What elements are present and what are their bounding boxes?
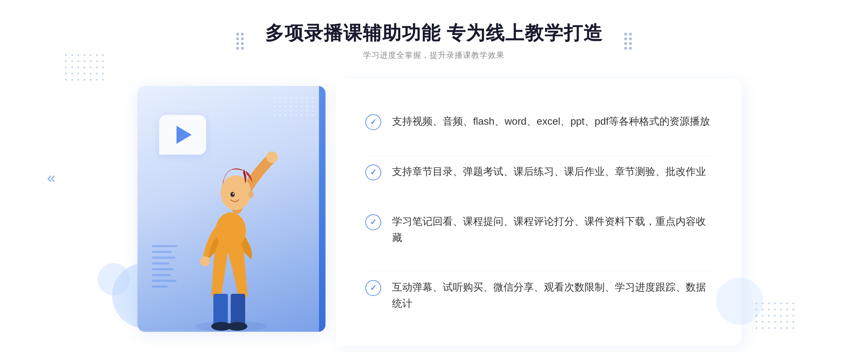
svg-point-3 <box>221 175 251 210</box>
svg-rect-6 <box>231 294 245 326</box>
check-icon-2: ✓ <box>365 164 381 180</box>
svg-point-4 <box>200 256 210 266</box>
chevron-left-icon: « <box>47 169 55 186</box>
features-panel: ✓ 支持视频、音频、flash、word、excel、ppt、pdf等各种格式的… <box>336 79 741 346</box>
feature-item-2: ✓ 支持章节目录、弹题考试、课后练习、课后作业、章节测验、批改作业 <box>365 156 712 188</box>
page-header: 多项录播课辅助功能 专为线上教学打造 学习进度全掌握，提升录播课教学效果 <box>265 22 603 61</box>
illustration-card <box>137 86 326 332</box>
check-icon-4: ✓ <box>365 280 381 296</box>
dot-decoration-topleft <box>65 54 105 82</box>
checkmark-symbol-3: ✓ <box>370 218 376 226</box>
svg-point-9 <box>230 192 235 197</box>
content-area: ✓ 支持视频、音频、flash、word、excel、ppt、pdf等各种格式的… <box>127 79 741 346</box>
feature-item-3: ✓ 学习笔记回看、课程提问、课程评论打分、课件资料下载，重点内容收藏 <box>365 206 712 253</box>
illus-dot-pattern <box>274 97 315 116</box>
checkmark-symbol-2: ✓ <box>370 168 376 176</box>
page-wrapper: « 多项录播课辅助功能 专为线上教学打造 学习进度全掌握，提升录播课教学效果 <box>0 0 868 352</box>
svg-point-1 <box>266 151 278 163</box>
illustration-panel <box>127 79 336 339</box>
header-dots-left <box>236 33 244 50</box>
check-icon-3: ✓ <box>365 214 381 230</box>
svg-rect-5 <box>213 294 228 326</box>
svg-point-10 <box>233 193 234 194</box>
feature-text-4: 互动弹幕、试听购买、微信分享、观看次数限制、学习进度跟踪、数据统计 <box>392 279 712 312</box>
person-illustration <box>166 122 297 332</box>
sub-title: 学习进度全掌握，提升录播课教学效果 <box>265 50 603 61</box>
deco-circle-small <box>98 263 130 296</box>
header-dots-right <box>624 33 632 50</box>
feature-text-2: 支持章节目录、弹题考试、课后练习、课后作业、章节测验、批改作业 <box>392 164 706 180</box>
chevron-left-decoration: « <box>47 169 55 186</box>
feature-text-3: 学习笔记回看、课程提问、课程评论打分、课件资料下载，重点内容收藏 <box>392 214 712 246</box>
feature-item-4: ✓ 互动弹幕、试听购买、微信分享、观看次数限制、学习进度跟踪、数据统计 <box>365 272 712 319</box>
feature-item-1: ✓ 支持视频、音频、flash、word、excel、ppt、pdf等各种格式的… <box>365 106 712 137</box>
feature-text-1: 支持视频、音频、flash、word、excel、ppt、pdf等各种格式的资源… <box>392 113 710 130</box>
check-icon-1: ✓ <box>365 114 381 130</box>
svg-point-11 <box>248 191 254 198</box>
deco-circle-right <box>716 278 763 325</box>
checkmark-symbol-4: ✓ <box>370 284 376 292</box>
svg-point-2 <box>216 213 246 249</box>
main-title: 多项录播课辅助功能 专为线上教学打造 <box>265 22 603 44</box>
blue-accent-bar <box>319 86 326 332</box>
svg-point-8 <box>227 322 247 331</box>
checkmark-symbol-1: ✓ <box>370 118 376 126</box>
